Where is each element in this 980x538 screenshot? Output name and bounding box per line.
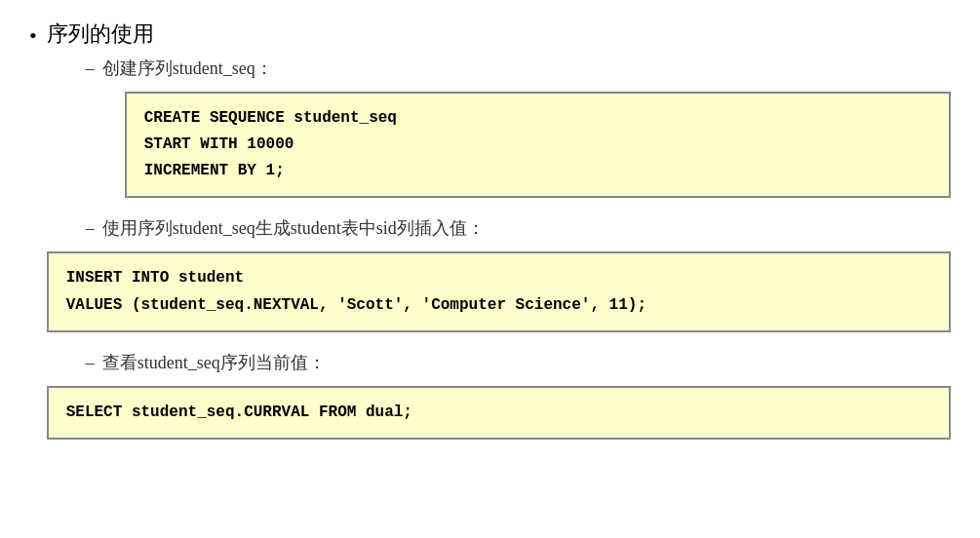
code-create-line3: INCREMENT BY 1; [144,162,285,179]
sub-item-create: – 创建序列student_seq： [86,56,951,82]
code-box-create: CREATE SEQUENCE student_seq START WITH 1… [125,92,951,199]
content-block: – 创建序列student_seq： CREATE SEQUENCE stude… [86,56,951,243]
main-section: • 序列的使用 – 创建序列student_seq： CREATE SEQUEN… [29,19,951,457]
sub-item-select: – 查看student_seq序列当前值： [86,350,951,376]
dash-2: – [86,215,95,242]
main-title: 序列的使用 [47,21,154,46]
code-insert-line2: VALUES (student_seq.NEXTVAL, 'Scott', 'C… [66,296,647,314]
code-select-line1: SELECT student_seq.CURRVAL FROM dual; [66,404,412,421]
sub-item-insert: – 使用序列student_seq生成student表中sid列插入值： [86,215,951,242]
bullet-point: • [29,21,37,52]
code-box-select: SELECT student_seq.CURRVAL FROM dual; [47,386,951,440]
dash-3: – [86,350,95,376]
sub-label-insert: 使用序列student_seq生成student表中sid列插入值： [102,215,485,242]
sub-label-select: 查看student_seq序列当前值： [102,350,326,376]
code-insert-line1: INSERT INTO student [66,269,244,287]
code-create-line2: START WITH 10000 [144,135,294,153]
code-create-line1: CREATE SEQUENCE student_seq [144,109,397,127]
content-block-2: – 查看student_seq序列当前值： [86,350,951,376]
code-box-insert: INSERT INTO student VALUES (student_seq.… [47,251,951,331]
dash-1: – [86,56,95,82]
sub-label-create: 创建序列student_seq： [102,56,273,82]
